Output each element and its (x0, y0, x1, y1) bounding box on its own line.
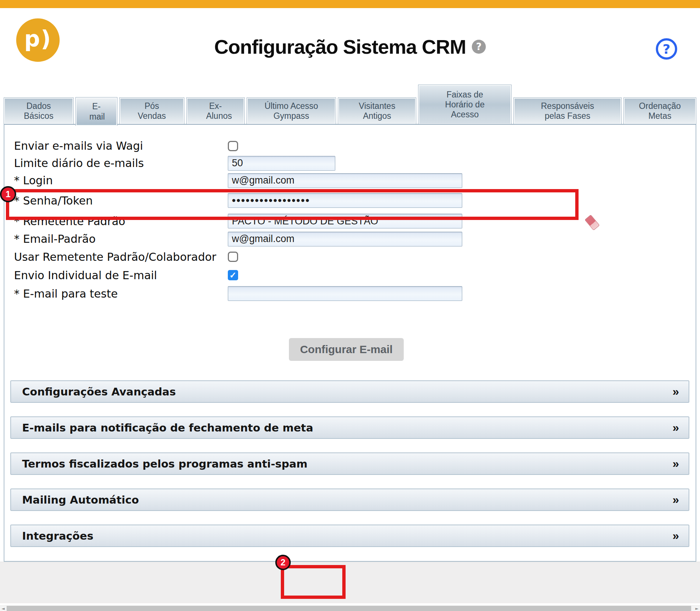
form-row: Envio Individual de E-mail ✓ (14, 266, 688, 284)
horizontal-scrollbar[interactable]: ◄ ► (0, 605, 700, 611)
tab-dados-basicos[interactable]: Dados Básicos (4, 97, 74, 125)
tab-ex-alunos[interactable]: Ex-Alunos (186, 97, 245, 125)
tab-responsaveis-fases[interactable]: Responsáveis pelas Fases (513, 97, 622, 125)
top-accent-bar (0, 0, 700, 8)
login-input[interactable] (228, 173, 462, 188)
expand-chevron-icon: » (672, 385, 679, 398)
expand-chevron-icon: » (672, 457, 679, 470)
password-token-input[interactable] (228, 193, 462, 208)
accordion-configuracoes-avancadas[interactable]: Configurações Avançadas » (10, 380, 689, 403)
form-row: * Email-Padrão (14, 230, 688, 248)
expand-chevron-icon: » (672, 493, 679, 507)
accordion-list: Configurações Avançadas » E-mails para n… (10, 380, 689, 561)
default-email-input[interactable] (228, 232, 462, 246)
password-token-label: * Senha/Token (14, 194, 228, 207)
tab-ordenacao-metas[interactable]: Ordenação Metas (623, 97, 696, 125)
email-settings-panel: Enviar e-mails via Wagi Limite diário de… (4, 124, 696, 562)
wagi-checkbox[interactable] (228, 141, 238, 151)
tab-pos-vendas[interactable]: Pós Vendas (119, 97, 184, 125)
accordion-integracoes[interactable]: Integrações » (10, 525, 689, 547)
tab-faixas-horario-acesso[interactable]: Faixas de Horário de Acesso (418, 85, 512, 125)
scrollbar-thumb[interactable] (7, 606, 691, 611)
expand-chevron-icon: » (672, 421, 679, 434)
form-row: Enviar e-mails via Wagi (14, 137, 688, 154)
accordion-termos-anti-spam[interactable]: Termos fiscalizados pelos programas anti… (10, 452, 689, 475)
individual-send-checkbox[interactable]: ✓ (228, 270, 238, 280)
login-label: * Login (14, 174, 228, 187)
page-help-icon[interactable]: ? (656, 38, 677, 60)
test-email-label: * E-mail para teste (14, 287, 228, 300)
email-settings-form: Enviar e-mails via Wagi Limite diário de… (14, 137, 688, 361)
test-email-input[interactable] (228, 286, 462, 301)
use-default-sender-checkbox[interactable] (228, 252, 238, 262)
daily-limit-label: Limite diário de e-mails (14, 157, 228, 170)
header: Configuração Sistema CRM ? (0, 35, 700, 58)
form-row: Usar Remetente Padrão/Colaborador (14, 248, 688, 266)
use-default-sender-label: Usar Remetente Padrão/Colaborador (14, 251, 228, 263)
form-row-highlighted: * Senha/Token (14, 189, 688, 212)
default-email-label: * Email-Padrão (14, 232, 228, 245)
accordion-emails-notificacao-meta[interactable]: E-mails para notificação de fechamento d… (10, 416, 689, 439)
accordion-mailing-automatico[interactable]: Mailing Automático » (10, 489, 689, 511)
tab-ultimo-acesso-gympass[interactable]: Último Acesso Gympass (247, 97, 336, 125)
tab-visitantes-antigos[interactable]: Visitantes Antigos (338, 97, 416, 125)
form-row: * Login (14, 172, 688, 189)
tab-email[interactable]: E-mail (75, 97, 117, 126)
form-row: Limite diário de e-mails (14, 154, 688, 172)
wagi-label: Enviar e-mails via Wagi (14, 139, 228, 152)
daily-limit-input[interactable] (228, 156, 335, 171)
individual-send-label: Envio Individual de E-mail (14, 269, 228, 282)
title-help-icon[interactable]: ? (472, 40, 486, 54)
default-sender-input[interactable] (228, 214, 462, 228)
default-sender-label: * Remetente Padrão (14, 215, 228, 228)
configure-email-button[interactable]: Configurar E-mail (289, 338, 404, 361)
page-title: Configuração Sistema CRM (214, 35, 466, 58)
expand-chevron-icon: » (672, 529, 679, 543)
form-row: * E-mail para teste (14, 284, 688, 303)
footer-bar: Gravar (0, 562, 700, 603)
tab-bar: Dados Básicos E-mail Pós Vendas Ex-Aluno… (4, 83, 696, 125)
scroll-left-arrow-icon[interactable]: ◄ (0, 606, 6, 611)
scroll-right-arrow-icon[interactable]: ► (694, 606, 700, 611)
